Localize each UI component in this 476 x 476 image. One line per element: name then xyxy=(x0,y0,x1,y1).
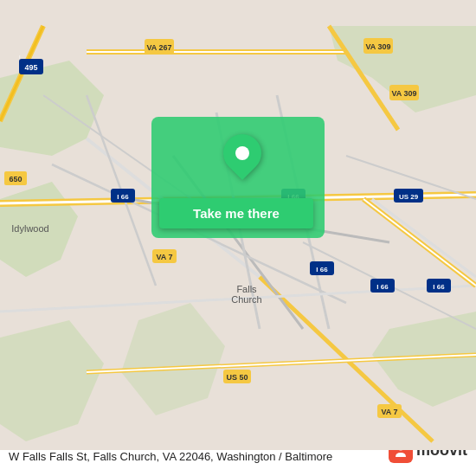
take-me-there-button[interactable]: Take me there xyxy=(159,198,313,228)
svg-text:650: 650 xyxy=(9,175,22,183)
svg-text:I 66: I 66 xyxy=(433,283,445,291)
svg-text:Church: Church xyxy=(231,294,261,305)
road-network: 495 I VA 267 VA 309 VA 309 650 I 66 I 66… xyxy=(0,0,476,476)
svg-text:VA 309: VA 309 xyxy=(365,42,390,51)
svg-text:I 66: I 66 xyxy=(316,266,328,273)
map-container: 495 I VA 267 VA 309 VA 309 650 I 66 I 66… xyxy=(0,0,476,476)
location-pin xyxy=(223,134,261,172)
svg-text:US 29: US 29 xyxy=(399,193,419,201)
svg-text:VA 7: VA 7 xyxy=(156,253,172,261)
svg-text:VA 267: VA 267 xyxy=(146,43,171,52)
svg-text:Falls: Falls xyxy=(236,284,257,294)
svg-text:I 66: I 66 xyxy=(376,283,389,291)
svg-text:VA 7: VA 7 xyxy=(381,408,397,416)
svg-text:I 66: I 66 xyxy=(117,193,129,201)
svg-text:US 50: US 50 xyxy=(226,373,248,382)
svg-text:VA 309: VA 309 xyxy=(391,89,416,98)
svg-text:495: 495 xyxy=(24,63,37,72)
svg-text:Idylwood: Idylwood xyxy=(11,223,48,234)
